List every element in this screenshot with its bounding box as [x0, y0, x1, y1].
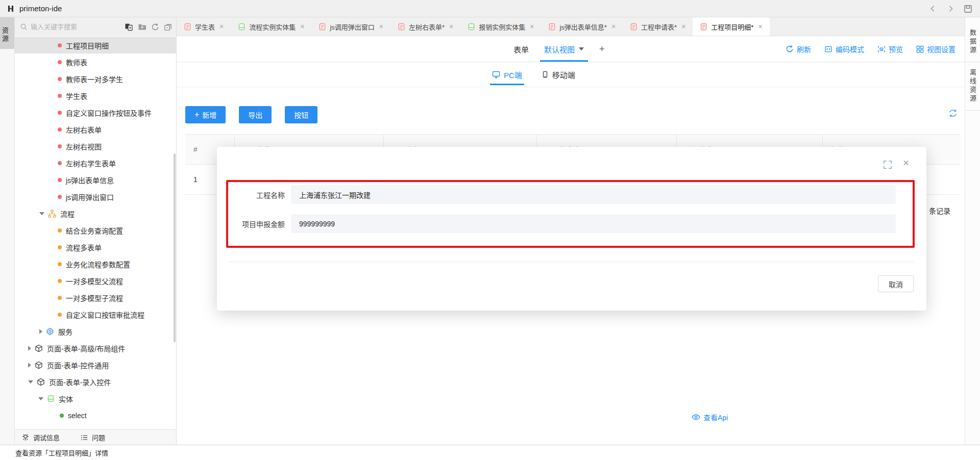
dot-orange-icon [58, 228, 62, 233]
panel-item-debug[interactable]: 调试信息 [21, 432, 60, 442]
chevron-down-icon[interactable] [38, 397, 43, 400]
tree-item[interactable]: 左树右视图 [15, 138, 176, 155]
button-label: 新增 [202, 110, 216, 120]
editor-tab[interactable]: js弹出表单信息*× [541, 17, 623, 36]
tree-item-label: 学生表 [66, 91, 87, 101]
action-refresh[interactable]: 刷新 [786, 44, 811, 54]
tree-item-label: js弹出表单信息 [66, 175, 114, 185]
tab-close-icon[interactable]: × [758, 23, 762, 30]
tree-item[interactable]: 页面-表单-录入控件 [15, 373, 176, 390]
view-api-link[interactable]: 查看Api [692, 412, 728, 422]
tab-close-icon[interactable]: × [611, 23, 616, 30]
tree-item[interactable]: 实体 [15, 390, 176, 407]
rail-divider [965, 110, 980, 111]
tree-item[interactable]: 自定义窗口按钮审批流程 [15, 306, 176, 323]
add-view-button[interactable]: + [599, 44, 605, 55]
tab-close-icon[interactable]: × [449, 23, 453, 30]
tree-item[interactable]: 左树右学生表单 [15, 155, 176, 171]
import-resource-icon[interactable] [125, 23, 133, 31]
form-icon [398, 23, 405, 31]
tab-mobile[interactable]: 移动端 [542, 62, 575, 87]
toolbar-button[interactable]: 导出 [239, 106, 272, 123]
tab-close-icon[interactable]: × [300, 23, 304, 30]
add-button[interactable]: +新增 [185, 106, 226, 123]
tree-item[interactable]: 工程项目明细 [15, 37, 176, 54]
panel-item-problems[interactable]: 问题 [80, 432, 105, 442]
eye-icon [692, 414, 700, 421]
chevron-right-icon[interactable] [39, 329, 42, 334]
button-label: 按钮 [294, 110, 308, 120]
tree-item[interactable]: 学生表 [15, 87, 176, 104]
tree-item[interactable]: js调用弹出窗口 [15, 188, 176, 205]
tree-item[interactable]: 服务 [15, 323, 176, 340]
detail-dialog: × 工程名称 项目申报金额 取消 [217, 147, 926, 311]
chevron-right-icon[interactable] [28, 346, 31, 351]
tree-item-label: 页面-表单-录入控件 [49, 377, 111, 387]
tab-pc[interactable]: PC端 [492, 62, 522, 87]
editor-tab[interactable]: 报销实例实体集× [460, 17, 541, 36]
project-name-input[interactable] [291, 185, 896, 204]
close-icon[interactable]: × [903, 157, 909, 168]
tree-item[interactable]: 页面-表单-控件通用 [15, 356, 176, 373]
dot-orange-icon [58, 296, 62, 300]
tab-default-view[interactable]: 默认视图 [544, 36, 584, 62]
nav-forward-icon[interactable] [945, 4, 955, 14]
action-grid[interactable]: 视图设置 [916, 44, 955, 54]
tree-item[interactable]: 一对多模型子流程 [15, 289, 176, 306]
tree-item[interactable]: 教师表一对多学生 [15, 70, 176, 87]
tab-close-icon[interactable]: × [379, 23, 383, 30]
device-switch: PC端 移动端 [492, 62, 575, 87]
sidebar-toolbar [125, 23, 172, 31]
chevron-right-icon[interactable] [28, 363, 31, 368]
tree-item[interactable]: 教师表 [15, 54, 176, 70]
sync-icon[interactable] [948, 109, 958, 118]
new-folder-icon[interactable] [138, 23, 146, 31]
chevron-down-icon[interactable] [28, 380, 33, 384]
editor-tab[interactable]: 左树右表单*× [390, 17, 460, 36]
refresh-icon [786, 45, 794, 53]
tree-item-label: 左树右视图 [66, 141, 102, 151]
declared-amount-input[interactable] [291, 214, 896, 233]
tree-scrollbar[interactable] [174, 154, 176, 342]
refresh-tree-icon[interactable] [151, 23, 159, 31]
chevron-down-icon[interactable] [39, 212, 44, 215]
rail-tab-resources[interactable]: 资源 [0, 17, 14, 49]
search-input[interactable] [31, 23, 122, 31]
editor-tab[interactable]: js调用弹出窗口× [311, 17, 390, 36]
tab-label: 工程项目明细* [711, 22, 753, 32]
editor-tab[interactable]: 流程实例实体集× [231, 17, 311, 36]
tree-item[interactable]: select [15, 407, 176, 424]
tree-item[interactable]: js弹出表单信息 [15, 171, 176, 188]
rail-tab-datasource[interactable]: 数据源 [968, 22, 977, 62]
dot-orange-icon [58, 245, 62, 249]
tree-item[interactable]: 流程 [15, 205, 176, 222]
list-icon [80, 434, 88, 441]
editor-tab[interactable]: 工程项目明细*× [693, 17, 769, 36]
tree-item[interactable]: 页面-表单-高级/布局组件 [15, 340, 176, 356]
monitor-icon [492, 70, 500, 79]
tab-form[interactable]: 表单 [513, 36, 529, 62]
save-layout-icon[interactable] [963, 4, 973, 14]
editor-tab[interactable]: 工程申请表*× [623, 17, 693, 36]
toolbar-button[interactable]: 按钮 [285, 106, 317, 123]
tab-close-icon[interactable]: × [530, 23, 534, 30]
tab-close-icon[interactable]: × [681, 23, 685, 30]
collapse-all-icon[interactable] [164, 23, 172, 31]
tree-item[interactable]: 业务化流程参数配置 [15, 255, 176, 272]
rail-tab-offline[interactable]: 离线资源 [968, 62, 977, 110]
action-code[interactable]: 编码模式 [824, 44, 864, 54]
tab-close-icon[interactable]: × [219, 23, 224, 30]
editor-tab[interactable]: 学生表× [177, 17, 231, 36]
tree-item[interactable]: 结合业务查询配置 [15, 222, 176, 239]
dot-red-icon [58, 144, 62, 148]
tree-item[interactable]: 自定义窗口操作按钮及事件 [15, 104, 176, 121]
fullscreen-icon[interactable] [883, 160, 892, 169]
cube-icon [35, 361, 43, 369]
nav-back-icon[interactable] [928, 4, 938, 14]
tree-item[interactable]: 左树右表单 [15, 121, 176, 138]
cancel-button[interactable]: 取消 [878, 275, 914, 292]
tree-item-label: 教师表 [66, 57, 87, 67]
action-preview[interactable]: 预览 [877, 44, 903, 54]
tree-item[interactable]: 流程多表单 [15, 239, 176, 255]
tree-item[interactable]: 一对多模型父流程 [15, 272, 176, 289]
